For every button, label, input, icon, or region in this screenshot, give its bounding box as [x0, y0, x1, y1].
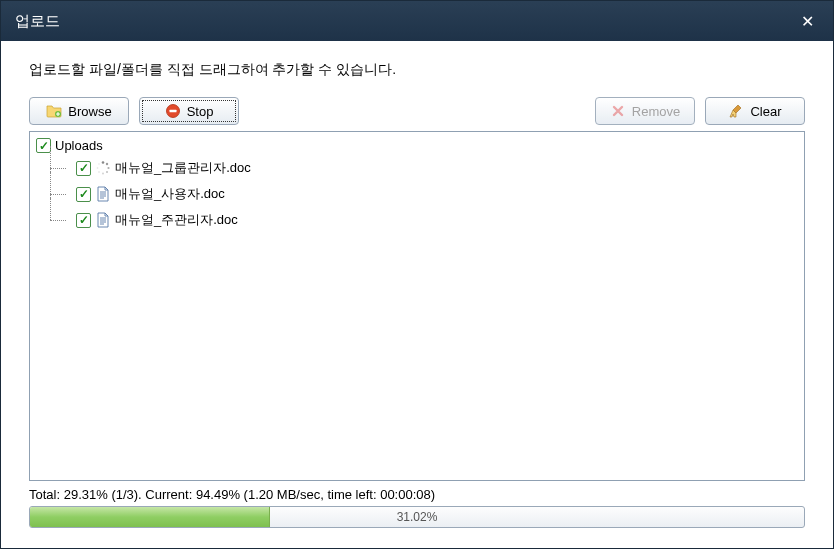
remove-button-label: Remove: [632, 104, 680, 119]
svg-point-5: [107, 167, 109, 169]
close-button[interactable]: ✕: [795, 9, 819, 33]
progress-bar: 31.02%: [29, 506, 805, 528]
tree-connector: [44, 210, 72, 230]
document-icon: [95, 212, 111, 228]
stop-icon: [165, 103, 181, 119]
file-checkbox[interactable]: [76, 161, 91, 176]
file-name: 매뉴얼_주관리자.doc: [115, 211, 238, 229]
svg-point-9: [97, 167, 99, 169]
toolbar: Browse Stop Remove: [29, 97, 805, 125]
folder-add-icon: [46, 103, 62, 119]
tree-children: 매뉴얼_그룹관리자.doc 매뉴얼_사용자.doc: [44, 155, 798, 233]
remove-button: Remove: [595, 97, 695, 125]
file-checkbox[interactable]: [76, 213, 91, 228]
tree-item[interactable]: 매뉴얼_그룹관리자.doc: [44, 155, 798, 181]
svg-point-7: [102, 173, 104, 175]
tree-item[interactable]: 매뉴얼_사용자.doc: [44, 181, 798, 207]
svg-point-3: [102, 161, 105, 164]
tree-connector: [44, 158, 72, 178]
stop-button-label: Stop: [187, 104, 214, 119]
svg-point-6: [106, 171, 108, 173]
svg-rect-2: [169, 110, 176, 112]
broom-icon: [728, 103, 744, 119]
svg-point-8: [98, 171, 100, 173]
clear-button[interactable]: Clear: [705, 97, 805, 125]
browse-button[interactable]: Browse: [29, 97, 129, 125]
svg-point-4: [106, 163, 108, 165]
tree-root[interactable]: Uploads: [36, 136, 798, 155]
tree-root-label: Uploads: [55, 138, 103, 153]
titlebar: 업로드 ✕: [1, 1, 833, 41]
file-name: 매뉴얼_그룹관리자.doc: [115, 159, 251, 177]
tree-item[interactable]: 매뉴얼_주관리자.doc: [44, 207, 798, 233]
loading-icon: [95, 160, 111, 176]
file-name: 매뉴얼_사용자.doc: [115, 185, 225, 203]
close-icon: ✕: [801, 12, 814, 31]
browse-button-label: Browse: [68, 104, 111, 119]
instruction-text: 업로드할 파일/폴더를 직접 드래그하여 추가할 수 있습니다.: [29, 61, 805, 79]
tree-connector: [44, 184, 72, 204]
dialog-content: 업로드할 파일/폴더를 직접 드래그하여 추가할 수 있습니다. Browse: [1, 41, 833, 548]
file-tree-panel[interactable]: Uploads: [29, 131, 805, 481]
progress-label: 31.02%: [30, 507, 804, 527]
clear-button-label: Clear: [750, 104, 781, 119]
window-title: 업로드: [15, 12, 795, 31]
remove-icon: [610, 103, 626, 119]
document-icon: [95, 186, 111, 202]
stop-button[interactable]: Stop: [139, 97, 239, 125]
upload-dialog: 업로드 ✕ 업로드할 파일/폴더를 직접 드래그하여 추가할 수 있습니다. B…: [0, 0, 834, 549]
file-checkbox[interactable]: [76, 187, 91, 202]
svg-point-10: [98, 163, 100, 165]
uploads-checkbox[interactable]: [36, 138, 51, 153]
status-text: Total: 29.31% (1/3). Current: 94.49% (1.…: [29, 487, 805, 502]
